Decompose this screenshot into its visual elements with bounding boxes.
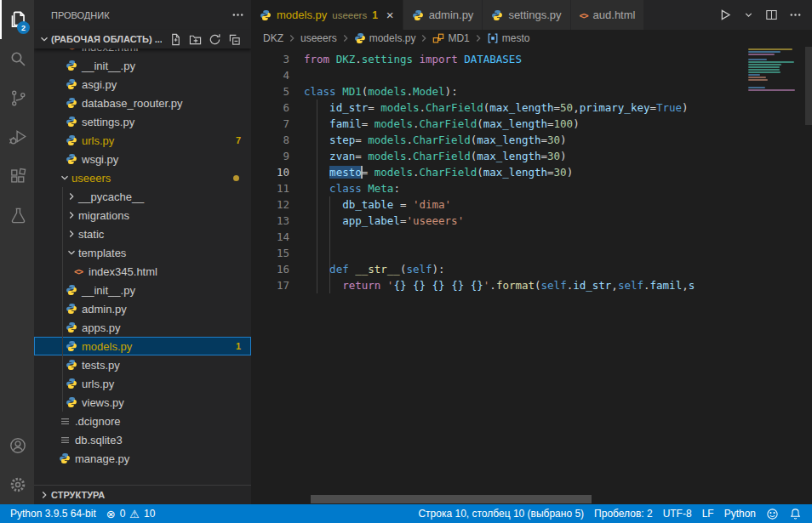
tab-label: admin.py (429, 9, 474, 21)
close-icon[interactable]: × (386, 9, 394, 21)
code-editor[interactable]: 3from DKZ.settings import DATABASES45cla… (251, 47, 812, 504)
split-editor-button[interactable] (764, 8, 779, 22)
statusbar-right: Строка 10, столбец 10 (выбрано 5)Пробело… (413, 504, 807, 523)
tree-item-__init__.py[interactable]: __init__.py (34, 281, 251, 299)
tree-item-manage.py[interactable]: manage.py (34, 449, 251, 468)
tab-settings.py[interactable]: settings.py (483, 0, 570, 30)
chevron-right-icon (65, 228, 78, 240)
tree-item-__pycache__[interactable]: __pycache__ (34, 187, 251, 206)
line-number: 13 (251, 213, 289, 229)
new-file-icon[interactable] (167, 31, 184, 48)
tree-item-static[interactable]: static (34, 225, 251, 243)
tree-item-urls.py[interactable]: urls.py (34, 374, 251, 393)
tree-item-apps.py[interactable]: apps.py (34, 318, 251, 337)
tree-item-admin.py[interactable]: admin.py (34, 299, 251, 318)
statusbar-problems[interactable]: ⊗0⚠10 (101, 504, 161, 523)
tree-item-__init__.py[interactable]: __init__.py (34, 56, 251, 75)
run-button[interactable] (717, 7, 733, 23)
refresh-icon[interactable] (206, 31, 223, 48)
tree-item-index345.html[interactable]: <>index345.html (34, 262, 251, 281)
tree-item-tests.py[interactable]: tests.py (34, 355, 251, 374)
line-number: 12 (251, 196, 289, 213)
activity-item-settings[interactable] (0, 465, 34, 504)
tree-item-settings.py[interactable]: settings.py (34, 112, 251, 131)
tree-item-database_roouter.py[interactable]: database_roouter.py (34, 94, 251, 112)
statusbar-language-mode[interactable]: Python (719, 504, 761, 523)
tree-item-label: migrations (78, 209, 129, 222)
activity-item-explorer[interactable]: 2 (0, 0, 34, 39)
code-line-text: class MD1(models.Model): (289, 83, 458, 99)
tree-item-index2.html[interactable]: <>index2.html (34, 48, 251, 56)
statusbar-notifications[interactable] (784, 504, 807, 523)
new-folder-icon[interactable] (186, 31, 203, 48)
explorer-header-actions (167, 31, 248, 48)
activity-item-run-debug[interactable] (0, 117, 34, 156)
warning-icon: ⚠ (129, 509, 140, 520)
explorer-more-actions-icon[interactable] (232, 9, 244, 21)
collapse-all-icon[interactable] (226, 31, 243, 48)
breadcrumb-item-models.py[interactable]: models.py (354, 32, 416, 44)
python-icon (65, 60, 78, 71)
statusbar-python-interpreter[interactable]: Python 3.9.5 64-bit (5, 504, 101, 523)
vertical-scrollbar[interactable] (805, 47, 812, 125)
activity-item-testing[interactable] (0, 196, 34, 235)
line-number: 8 (251, 132, 289, 148)
tree-item-db.sqlite3[interactable]: db.sqlite3 (34, 430, 251, 449)
tree-item-label: admin.py (82, 303, 127, 316)
tree-item-label: static (78, 228, 104, 241)
line-number: 3 (251, 51, 289, 67)
tree-item-migrations[interactable]: migrations (34, 206, 251, 225)
chevron-right-icon (65, 190, 78, 202)
tab-description: useeers (332, 10, 367, 20)
run-dropdown-button[interactable] (743, 9, 754, 20)
tree-item-templates[interactable]: templates (34, 243, 251, 262)
minimap-line (748, 74, 760, 76)
more-actions-button[interactable] (789, 9, 802, 21)
horizontal-scrollbar[interactable] (311, 495, 592, 503)
minimap[interactable] (748, 48, 804, 92)
breadcrumb-label: DKZ (263, 32, 283, 44)
breadcrumb-item-MD1[interactable]: MD1 (432, 32, 469, 44)
minimap-line (748, 51, 781, 53)
statusbar-cursor-position[interactable]: Строка 10, столбец 10 (выбрано 5) (413, 504, 589, 523)
tree-item-useeers[interactable]: useeers (34, 168, 251, 187)
tree-item-label: wsgi.py (82, 153, 118, 166)
minimap-line (748, 61, 794, 63)
workspace-section-header[interactable]: (РАБОЧАЯ ОБЛАСТЬ) ... (34, 30, 251, 48)
warning-count: 10 (144, 508, 155, 520)
tree-item-views.py[interactable]: views.py (34, 393, 251, 412)
code-line-text (289, 229, 304, 245)
outline-section-label: СТРУКТУРА (51, 490, 105, 500)
minimap-line (748, 64, 781, 65)
debug-icon (9, 128, 28, 147)
breadcrumb-item-mesto[interactable]: mesto (487, 32, 530, 44)
python-icon (260, 9, 272, 21)
statusbar-encoding[interactable]: UTF-8 (658, 504, 697, 523)
tree-item-models.py[interactable]: models.py1 (34, 337, 251, 355)
outline-section-header[interactable]: СТРУКТУРА (34, 485, 251, 504)
statusbar-indentation[interactable]: Пробелов: 2 (589, 504, 658, 523)
statusbar-eol[interactable]: LF (697, 504, 719, 523)
tab-admin.py[interactable]: admin.py (403, 0, 483, 30)
tree-item-label: templates (78, 247, 126, 259)
tab-models.py[interactable]: models.pyuseeers1× (251, 0, 403, 30)
tree-item-asgi.py[interactable]: asgi.py (34, 75, 251, 94)
tree-item-wsgi.py[interactable]: wsgi.py (34, 150, 251, 168)
tree-item-.dcignore[interactable]: .dcignore (34, 412, 251, 430)
activity-item-search[interactable] (0, 39, 34, 78)
line-number: 4 (251, 67, 289, 83)
tree-item-urls.py[interactable]: urls.py7 (34, 131, 251, 150)
activity-item-source-control[interactable] (0, 78, 34, 117)
line-number: 16 (251, 261, 289, 277)
code-line-text: class Meta: (289, 180, 400, 196)
statusbar-feedback[interactable] (761, 504, 784, 523)
minimap-line (748, 54, 775, 55)
activity-item-extensions[interactable] (0, 156, 34, 196)
breadcrumb-item-useeers[interactable]: useeers (300, 32, 337, 44)
breadcrumb-item-DKZ[interactable]: DKZ (263, 32, 283, 44)
activity-item-account[interactable] (0, 426, 34, 465)
code-line-text: mesto= models.CharField(max_length=30) (289, 164, 573, 180)
tree-item-label: __pycache__ (78, 190, 144, 203)
minimap-line (748, 89, 795, 91)
tab-aud.html[interactable]: <>aud.html (571, 0, 645, 30)
